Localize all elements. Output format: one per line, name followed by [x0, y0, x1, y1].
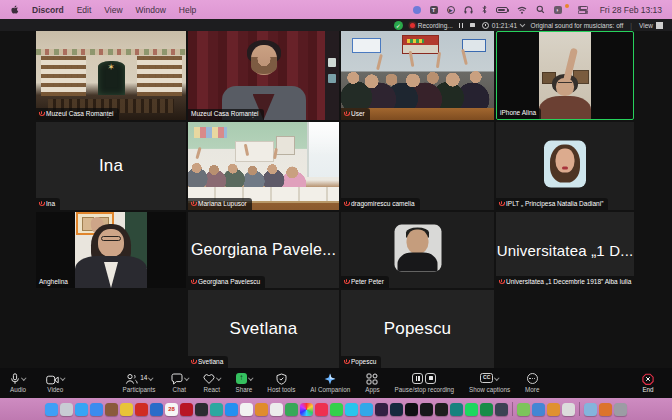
participant-name-label: Universitatea „1 Decembrie 1918” Alba Iu…: [496, 276, 634, 288]
stop-recording-icon[interactable]: [470, 23, 475, 28]
tile-museum[interactable]: ✶ Muzeul Casa Romanței: [36, 31, 186, 120]
pause-stop-recording-button[interactable]: Pause/stop recording: [395, 373, 455, 393]
tile-iplt[interactable]: IPLT „ Principesa Natalia Dadiani”: [496, 122, 634, 210]
end-meeting-button[interactable]: End: [642, 373, 654, 393]
encryption-shield-icon[interactable]: ✓: [394, 21, 403, 30]
react-caret[interactable]: [216, 375, 221, 380]
tile-popescu[interactable]: Popescu Popescu: [341, 290, 494, 368]
tile-camelia[interactable]: dragomirescu camelia: [341, 122, 494, 210]
audio-button[interactable]: Audio: [10, 373, 26, 393]
pause-recording-icon[interactable]: [412, 373, 423, 384]
share-button[interactable]: ↑ Share: [236, 373, 253, 393]
tile-georgiana[interactable]: Georgiana Pavele... Georgiana Pavelescu: [188, 212, 339, 288]
dock-icon-globe[interactable]: [532, 403, 545, 416]
search-icon[interactable]: [536, 5, 545, 14]
pause-recording-icon[interactable]: [459, 23, 464, 28]
dock-icon-tiktok[interactable]: [405, 403, 418, 416]
dock-icon-photoshop[interactable]: [390, 403, 403, 416]
share-caret[interactable]: [248, 375, 253, 380]
status-app-icon[interactable]: [413, 6, 421, 14]
dock-icon-mail[interactable]: [90, 403, 103, 416]
headphones-icon[interactable]: [464, 6, 473, 14]
textedit-status-icon[interactable]: T: [430, 6, 438, 14]
chat-button[interactable]: Chat: [171, 373, 189, 393]
dock-icon-whatsapp[interactable]: [330, 403, 343, 416]
dock-icon-folder-files[interactable]: [255, 403, 268, 416]
play-status-icon[interactable]: ▶: [447, 6, 455, 14]
tile-ina[interactable]: Ina Ina: [36, 122, 186, 210]
dock-icon-capcut[interactable]: [420, 403, 433, 416]
dock-icon-vlc[interactable]: [435, 403, 448, 416]
video-button[interactable]: Video: [46, 373, 65, 393]
dock-icon-document[interactable]: [562, 403, 575, 416]
dock-icon-safari[interactable]: [75, 403, 88, 416]
dock-icon-color-wheel[interactable]: [300, 403, 313, 416]
ai-companion-button[interactable]: AI Companion: [310, 373, 350, 393]
menu-view[interactable]: View: [104, 5, 122, 15]
dock-icon-skype[interactable]: [360, 403, 373, 416]
menu-window[interactable]: Window: [136, 5, 166, 15]
show-captions-button[interactable]: CC Show captions: [469, 373, 510, 393]
participants-caret[interactable]: [149, 375, 154, 380]
audio-options-caret[interactable]: [22, 375, 27, 380]
dock-icon-notes[interactable]: [270, 403, 283, 416]
wifi-icon[interactable]: [517, 6, 527, 14]
tile-iphone-alina[interactable]: iPhone Alina: [496, 31, 634, 120]
dock-icon-sheets[interactable]: [480, 403, 493, 416]
dock-icon-premiere[interactable]: [375, 403, 388, 416]
tile-anghelina[interactable]: Anghelina: [36, 212, 186, 288]
apps-button[interactable]: Apps: [365, 373, 379, 393]
control-center-icon[interactable]: [578, 6, 588, 14]
battery-icon[interactable]: [496, 7, 508, 13]
dock-icon-camera-teal[interactable]: [450, 403, 463, 416]
dock-icon-trash[interactable]: [614, 403, 627, 416]
captions-caret[interactable]: [495, 375, 500, 380]
menu-edit[interactable]: Edit: [77, 5, 92, 15]
react-button[interactable]: React: [203, 373, 221, 393]
user-switch-icon[interactable]: ◗: [554, 6, 562, 14]
dock-icon-calendar[interactable]: 28: [165, 403, 178, 416]
dock-icon-books[interactable]: [105, 403, 118, 416]
apple-menu-icon[interactable]: [10, 5, 19, 15]
tile-mariana[interactable]: Mariana Lupusor: [188, 122, 339, 210]
meeting-timer[interactable]: 01:21:41: [482, 22, 524, 29]
tile-svetlana[interactable]: Svetlana Svetlana: [188, 290, 339, 368]
menubar-clock[interactable]: Fri 28 Feb 13:13: [600, 5, 662, 15]
dock-icon-keynote[interactable]: [135, 403, 148, 416]
dock-icon-chrome[interactable]: [120, 403, 133, 416]
original-sound-toggle[interactable]: Original sound for musicians: off: [531, 22, 624, 29]
menubar-app-name[interactable]: Discord: [32, 5, 64, 15]
more-button[interactable]: More: [525, 373, 539, 393]
tile-presenter[interactable]: Muzeul Casa Romanței: [188, 31, 339, 120]
menu-help[interactable]: Help: [179, 5, 196, 15]
dock-icon-folder-orange[interactable]: [547, 403, 560, 416]
dock-icon-music[interactable]: [315, 403, 328, 416]
view-button[interactable]: View: [639, 22, 663, 29]
participants-button[interactable]: 14 Participants: [123, 373, 156, 393]
tile-peter[interactable]: Peter Peter: [341, 212, 494, 288]
dock-icon-app-store[interactable]: [225, 403, 238, 416]
tile-user-classroom[interactable]: User: [341, 31, 494, 120]
dock-icon-reminders[interactable]: [240, 403, 253, 416]
dock-icon-folder-downloads[interactable]: [599, 403, 612, 416]
dock-icon-spotify[interactable]: [465, 403, 478, 416]
dock-icon-finder[interactable]: [45, 403, 58, 416]
dock-icon-discord[interactable]: [495, 403, 508, 416]
dock-icon-vscode[interactable]: [150, 403, 163, 416]
tile-universitatea[interactable]: Universitatea „1 D... Universitatea „1 D…: [496, 212, 634, 288]
dock-icon-photos[interactable]: [195, 403, 208, 416]
dock-icon-netflix[interactable]: [180, 403, 193, 416]
microphone-icon: [10, 373, 20, 385]
dock-icon-excel[interactable]: [285, 403, 298, 416]
dock-icon-launchpad[interactable]: [60, 403, 73, 416]
host-tools-button[interactable]: Host tools: [267, 373, 295, 393]
stop-recording-icon[interactable]: [425, 373, 436, 384]
bluetooth-icon[interactable]: [482, 5, 487, 14]
dock-icon-cloud[interactable]: [584, 403, 597, 416]
dock-icon-prism[interactable]: [345, 403, 358, 416]
dock-icon-maps[interactable]: [210, 403, 223, 416]
topbar-separator: |: [630, 22, 632, 29]
chat-caret[interactable]: [184, 375, 189, 380]
video-options-caret[interactable]: [60, 375, 65, 380]
dock-icon-folder-green[interactable]: [517, 403, 530, 416]
